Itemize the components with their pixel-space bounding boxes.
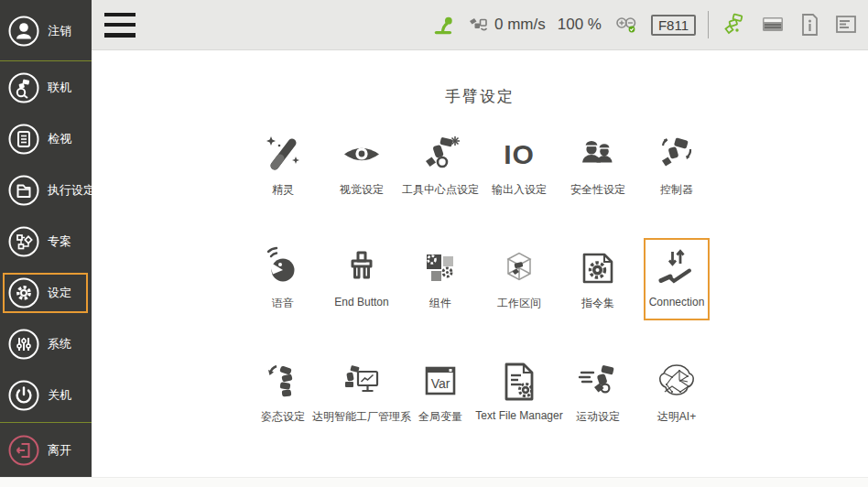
sidebar-item-project[interactable]: 专案: [0, 216, 92, 267]
exit-door-icon: [7, 434, 40, 467]
power-icon: [7, 379, 40, 412]
topbar: 0 mm/s 100 % F811: [92, 0, 868, 50]
grid-item-label: 视觉设定: [340, 182, 384, 198]
sidebar-item-label: 执行设定: [48, 182, 95, 199]
wand-icon: [261, 129, 305, 180]
flowchart-icon: [7, 225, 40, 258]
safety-icon: [576, 129, 620, 180]
frame-code-badge[interactable]: F811: [651, 15, 696, 36]
sidebar-item-label: 联机: [48, 80, 71, 96]
sliders-icon: [7, 328, 40, 361]
textfile-icon: [497, 356, 541, 407]
workspace-icon: [497, 243, 541, 294]
grid-item-vision[interactable]: 视觉设定: [322, 129, 401, 200]
grid-item-label: 全局变量: [418, 409, 462, 425]
grid-item-label: 指令集: [581, 296, 614, 311]
controller-icon: [655, 129, 699, 180]
sidebar-item-shutdown[interactable]: 关机: [0, 370, 92, 421]
sidebar-item-label: 检视: [48, 131, 71, 147]
svg-text:IO: IO: [504, 139, 535, 169]
grid-item-label: 安全性设定: [570, 182, 625, 198]
settings-grid: 精灵 视觉设定 工具中心点设定 IO 输出入设定 安全性设定 控制器 语音 En…: [92, 129, 868, 427]
grid-item-label: 工作区间: [497, 296, 541, 311]
sidebar-item-inspect[interactable]: 检视: [0, 114, 92, 165]
pin-icon[interactable]: [432, 12, 456, 38]
factory-icon: [340, 356, 384, 407]
end-button-icon: [340, 243, 384, 294]
grid-item-label: 输出入设定: [492, 182, 547, 198]
status-cluster: 0 mm/s 100 % F811: [432, 11, 859, 38]
speed-percent: 100 %: [558, 16, 602, 34]
grid-item-global-variables[interactable]: Var 全局变量: [401, 356, 480, 427]
grid-item-label: Connection: [649, 296, 705, 308]
grid-item-genie[interactable]: 精灵: [244, 129, 322, 200]
main-content: 手臂设定 精灵 视觉设定 工具中心点设定 IO 输出入设定 安全性设定 控制器 …: [92, 51, 868, 478]
grid-item-label: 工具中心点设定: [402, 182, 479, 198]
grid-item-label: End Button: [334, 296, 388, 308]
page-title: 手臂设定: [92, 86, 868, 107]
gripper-speed-icon: [468, 14, 491, 36]
hamburger-icon[interactable]: [104, 13, 136, 38]
grid-item-label: 运动设定: [576, 409, 620, 425]
topbar-divider: [708, 11, 709, 38]
sidebar-item-execution[interactable]: 执行设定: [0, 165, 92, 216]
grid-item-label: 姿态设定: [261, 409, 305, 425]
grid-item-end-button[interactable]: End Button: [322, 243, 401, 314]
log-icon[interactable]: [833, 13, 859, 37]
var-icon: Var: [418, 356, 462, 407]
io-icon: IO: [497, 129, 541, 180]
keyboard-icon[interactable]: [760, 13, 786, 37]
sidebar-divider: [0, 60, 92, 61]
grid-item-label: 语音: [272, 296, 294, 311]
document-view-icon: [7, 123, 40, 156]
sidebar-item-exit[interactable]: 离开: [0, 424, 92, 476]
grid-item-workspace[interactable]: 工作区间: [480, 243, 559, 314]
grid-item-tcp[interactable]: 工具中心点设定: [401, 129, 480, 200]
gear-icon: [7, 276, 40, 309]
sidebar-item-label: 设定: [48, 285, 71, 301]
info-document-icon[interactable]: [797, 12, 821, 38]
instruction-icon: [576, 243, 620, 294]
voice-icon: [261, 243, 305, 294]
grid-item-label: 控制器: [660, 182, 693, 198]
sidebar-item-label: 注销: [48, 23, 71, 39]
sidebar-item-label: 关机: [48, 387, 71, 404]
person-icon: [7, 15, 40, 48]
grid-item-factory-manager[interactable]: 达明智能工厂管理系: [322, 356, 401, 427]
sidebar-item-label: 专案: [48, 233, 71, 250]
svg-text:Var: Var: [431, 376, 450, 391]
sidebar-item-settings[interactable]: 设定: [0, 267, 92, 319]
ai-icon: [655, 356, 699, 407]
sidebar-item-online[interactable]: 联机: [0, 62, 92, 114]
grid-item-label: 达明AI+: [657, 409, 696, 425]
folder-run-icon: [7, 174, 40, 207]
grid-item-tm-ai[interactable]: 达明AI+: [637, 356, 716, 427]
motion-icon: [576, 356, 620, 407]
grid-item-text-file-manager[interactable]: Text File Manager: [480, 356, 559, 427]
grid-item-voice[interactable]: 语音: [244, 243, 322, 314]
sidebar-divider: [0, 422, 92, 423]
grid-item-label: 精灵: [272, 182, 294, 198]
sidebar-item-label: 离开: [48, 442, 71, 459]
grid-item-label: 达明智能工厂管理系: [312, 409, 411, 425]
sidebar-item-label: 系统: [48, 336, 71, 352]
component-icon: [418, 243, 462, 294]
grid-item-safety[interactable]: 安全性设定: [559, 129, 637, 200]
grid-item-connection[interactable]: Connection: [637, 243, 716, 314]
grid-item-motion[interactable]: 运动设定: [559, 356, 637, 427]
grid-item-posture[interactable]: 姿态设定: [244, 356, 322, 427]
bottom-strip: [0, 477, 868, 487]
sidebar: 注销 联机 检视 执行设定 专案 设定 系统 关机 离开: [0, 0, 92, 478]
sidebar-item-system[interactable]: 系统: [0, 319, 92, 370]
posture-icon: [261, 356, 305, 407]
grid-item-controller[interactable]: 控制器: [637, 129, 716, 200]
tcp-icon: [418, 129, 462, 180]
eye-icon: [340, 129, 384, 180]
grid-item-component[interactable]: 组件: [401, 243, 480, 314]
grid-item-instruction-set[interactable]: 指令集: [559, 243, 637, 314]
grid-item-io[interactable]: IO 输出入设定: [480, 129, 559, 200]
robot-arm-green-icon[interactable]: [721, 12, 748, 38]
zoom-check-icon[interactable]: [613, 14, 639, 36]
sidebar-item-logout[interactable]: 注销: [0, 3, 92, 60]
connection-icon: [655, 243, 699, 294]
